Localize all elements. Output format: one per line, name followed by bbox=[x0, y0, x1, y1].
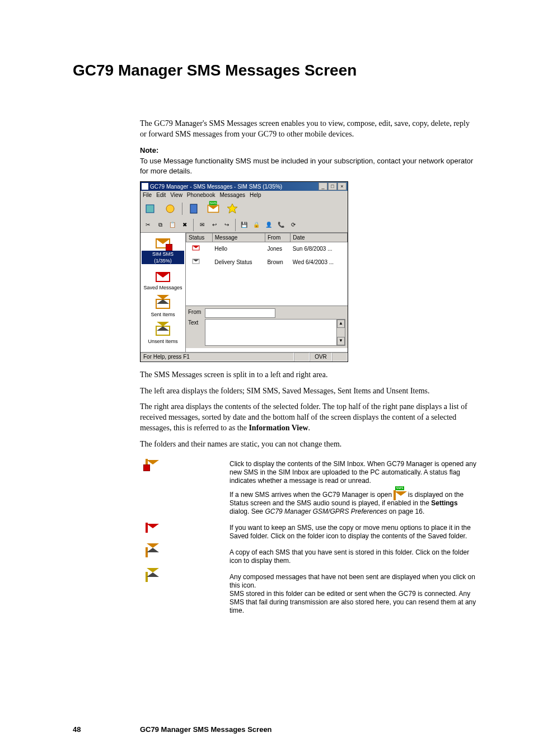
status-cell bbox=[186, 256, 213, 269]
status-help: For Help, press F1 bbox=[140, 353, 294, 361]
intro-paragraph: The GC79 Manager's SMS Messages screen e… bbox=[140, 119, 478, 140]
date-cell: Sun 6/8/2003 ... bbox=[291, 242, 348, 256]
col-from[interactable]: From bbox=[265, 233, 290, 242]
phonebook-toolbar-icon[interactable] bbox=[186, 201, 203, 217]
settings-toolbar-icon[interactable] bbox=[162, 201, 179, 217]
forward-icon[interactable]: ↪ bbox=[222, 220, 232, 230]
folder-desc-row: A copy of each SMS that you have sent is… bbox=[140, 548, 478, 565]
table-row[interactable]: Hello Jones Sun 6/8/2003 ... bbox=[186, 242, 348, 256]
page-footer: 48 GC79 Manager SMS Messages Screen bbox=[73, 725, 478, 734]
contact-icon[interactable]: 👤 bbox=[264, 220, 274, 230]
toolbar-separator bbox=[182, 203, 182, 215]
unsent-folder-icon bbox=[146, 572, 148, 582]
sms-new-icon: SMS bbox=[394, 490, 396, 500]
status-toolbar-icon[interactable] bbox=[143, 201, 160, 217]
saved-folder-icon bbox=[156, 272, 170, 282]
folder-desc-text: Click to display the contents of the SIM… bbox=[229, 460, 478, 485]
status-ovr: OVR bbox=[310, 353, 332, 361]
menu-edit[interactable]: Edit bbox=[156, 191, 166, 199]
secondary-toolbar: ✂ ⧉ 📋 ✖ ✉ ↩ ↪ 💾 🔒 👤 📞 ⟳ bbox=[140, 218, 348, 232]
from-label: From bbox=[188, 308, 205, 316]
tools-toolbar-icon[interactable] bbox=[224, 201, 241, 217]
folder-pane: SIM SMS (1/35%) Saved Messages Sent Item… bbox=[140, 233, 186, 352]
reply-icon[interactable]: ↩ bbox=[209, 220, 219, 230]
folder-sent-items[interactable]: Sent Items bbox=[140, 295, 185, 322]
menu-file[interactable]: File bbox=[143, 191, 152, 199]
folder-desc-row: If you want to keep an SMS, use the copy… bbox=[140, 524, 478, 541]
scrollbar[interactable]: ▲ ▼ bbox=[336, 320, 345, 345]
app-icon bbox=[142, 183, 148, 190]
note-body: To use Message functionality SMS must be… bbox=[140, 156, 478, 176]
save-icon[interactable]: 💾 bbox=[239, 220, 249, 230]
from-cell: Brown bbox=[265, 256, 290, 269]
folder-desc-text: If you want to keep an SMS, use the copy… bbox=[229, 524, 478, 541]
folder-sim-sms[interactable]: SIM SMS (1/35%) bbox=[140, 235, 185, 269]
sent-folder-icon bbox=[156, 299, 170, 309]
sim-inbox-icon bbox=[156, 238, 170, 248]
scroll-up-icon[interactable]: ▲ bbox=[337, 320, 345, 328]
para-right-area: The right area displays the contents of … bbox=[140, 402, 478, 434]
copy-icon[interactable]: ⧉ bbox=[155, 220, 165, 230]
svg-marker-3 bbox=[227, 204, 237, 213]
folder-desc-text: A copy of each SMS that you have sent is… bbox=[229, 548, 478, 565]
folder-desc-row: Click to display the contents of the SIM… bbox=[140, 460, 478, 516]
toolbar-separator bbox=[193, 219, 194, 231]
page-title: GC79 Manager SMS Messages Screen bbox=[73, 62, 478, 79]
folder-label: Unsent Items bbox=[148, 339, 177, 344]
app-window: GC79 Manager - SMS Messages - SIM SMS (1… bbox=[140, 181, 348, 361]
message-list[interactable]: Status Message From Date Hello Jones Sun… bbox=[186, 233, 348, 306]
folder-saved-messages[interactable]: Saved Messages bbox=[140, 269, 185, 295]
col-message[interactable]: Message bbox=[212, 233, 265, 242]
para-left-area: The left area displays the folders; SIM … bbox=[140, 386, 478, 397]
toolbar-separator bbox=[235, 219, 236, 231]
folder-label: Sent Items bbox=[151, 312, 175, 317]
note-label: Note: bbox=[140, 145, 478, 156]
minimize-button[interactable]: _ bbox=[318, 182, 327, 190]
titlebar: GC79 Manager - SMS Messages - SIM SMS (1… bbox=[140, 182, 348, 191]
col-date[interactable]: Date bbox=[291, 233, 348, 242]
from-cell: Jones bbox=[265, 242, 290, 256]
status-blank bbox=[294, 353, 310, 361]
paste-icon[interactable]: 📋 bbox=[167, 220, 177, 230]
menu-bar: File Edit View Phonebook Messages Help bbox=[140, 191, 348, 200]
para-static-folders: The folders and their names are static, … bbox=[140, 439, 478, 450]
main-toolbar: SMS bbox=[140, 200, 348, 218]
from-field[interactable] bbox=[205, 308, 275, 318]
folder-unsent-items[interactable]: Unsent Items bbox=[140, 322, 185, 349]
folder-desc-text: Any composed messages that have not been… bbox=[229, 573, 478, 615]
folder-label: Saved Messages bbox=[143, 285, 182, 290]
svg-point-1 bbox=[166, 205, 174, 213]
footer-title: GC79 Manager SMS Messages Screen bbox=[140, 725, 272, 734]
status-bar: For Help, press F1 OVR bbox=[140, 352, 348, 361]
menu-messages[interactable]: Messages bbox=[219, 191, 245, 199]
menu-phonebook[interactable]: Phonebook bbox=[187, 191, 216, 199]
svg-rect-0 bbox=[146, 205, 154, 213]
window-title: GC79 Manager - SMS Messages - SIM SMS (1… bbox=[150, 183, 318, 191]
close-button[interactable]: × bbox=[338, 182, 346, 190]
call-icon[interactable]: 📞 bbox=[276, 220, 286, 230]
unread-icon bbox=[192, 246, 199, 251]
menu-help[interactable]: Help bbox=[250, 191, 261, 199]
message-cell: Hello bbox=[212, 242, 265, 256]
text-label: Text bbox=[188, 319, 205, 327]
menu-view[interactable]: View bbox=[170, 191, 182, 199]
status-cell bbox=[186, 242, 213, 256]
col-status[interactable]: Status bbox=[186, 233, 213, 242]
lock-icon[interactable]: 🔒 bbox=[251, 220, 261, 230]
message-cell: Delivery Status bbox=[212, 256, 265, 269]
cut-icon[interactable]: ✂ bbox=[143, 220, 153, 230]
sim-inbox-icon bbox=[146, 459, 148, 469]
text-field[interactable]: ▲ ▼ bbox=[205, 319, 345, 346]
table-row[interactable]: Delivery Status Brown Wed 6/4/2003 ... bbox=[186, 256, 348, 269]
refresh-icon[interactable]: ⟳ bbox=[288, 220, 298, 230]
scroll-down-icon[interactable]: ▼ bbox=[337, 337, 345, 345]
saved-folder-icon bbox=[146, 523, 148, 533]
sms-toolbar-icon[interactable]: SMS bbox=[205, 201, 222, 217]
date-cell: Wed 6/4/2003 ... bbox=[291, 256, 348, 269]
new-msg-icon[interactable]: ✉ bbox=[197, 220, 207, 230]
information-view: From Text ▲ ▼ bbox=[186, 306, 348, 348]
sent-folder-icon bbox=[146, 547, 148, 557]
page-number: 48 bbox=[73, 725, 140, 734]
delete-icon[interactable]: ✖ bbox=[180, 220, 190, 230]
maximize-button[interactable]: □ bbox=[328, 182, 337, 190]
